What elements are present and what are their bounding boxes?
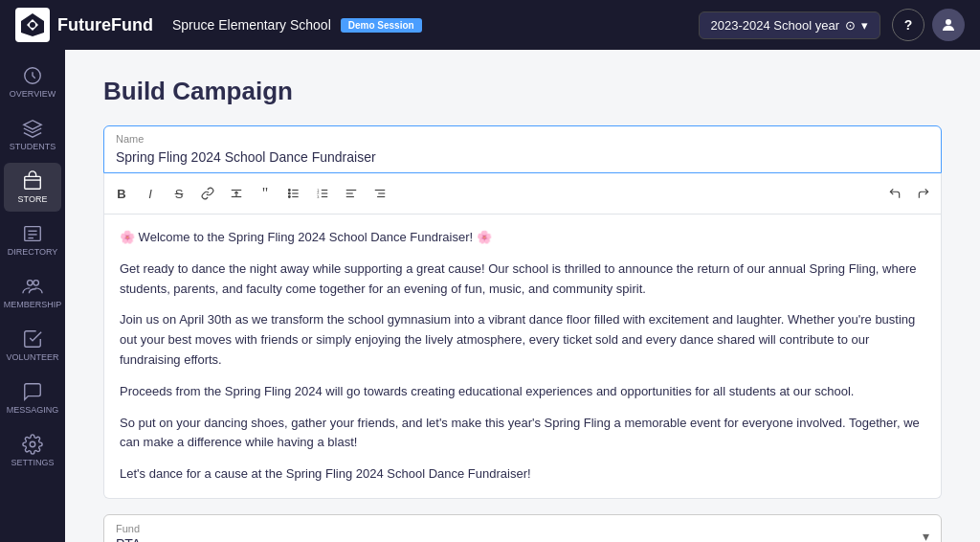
strikethrough-button[interactable]: S (166, 181, 192, 206)
align-left-button[interactable] (338, 181, 365, 206)
topnav-icons: ? (892, 9, 965, 41)
sidebar-item-directory[interactable]: DIRECTORY (4, 215, 61, 264)
logo: FutureFund (15, 8, 153, 42)
page-title: Build Campaign (103, 77, 942, 106)
school-year-chevron: ▾ (861, 18, 868, 33)
campaign-name-input[interactable] (104, 126, 941, 172)
name-label: Name (116, 133, 144, 145)
sidebar-item-students[interactable]: STUDENTS (4, 110, 61, 159)
sidebar-item-directory-label: DIRECTORY (8, 247, 58, 257)
svg-point-19 (288, 192, 290, 194)
fund-chevron-icon: ▾ (923, 529, 929, 542)
school-name: Spruce Elementary School (172, 17, 331, 33)
svg-point-1 (30, 22, 35, 28)
editor-heading: 🌸 Welcome to the Spring Fling 2024 Schoo… (120, 228, 925, 248)
svg-point-18 (288, 190, 290, 192)
editor-para-3: Proceeds from the Spring Fling 2024 will… (120, 382, 925, 402)
school-year-icon: ⊙ (845, 18, 856, 33)
svg-point-9 (28, 281, 33, 286)
profile-button[interactable] (932, 9, 965, 41)
fund-select-wrapper[interactable]: Fund PTA ▾ (103, 514, 942, 542)
indent-button[interactable] (223, 181, 250, 206)
sidebar-item-volunteer[interactable]: VOLUNTEER (4, 321, 61, 370)
editor-content[interactable]: 🌸 Welcome to the Spring Fling 2024 Schoo… (103, 215, 942, 499)
sidebar-item-messaging[interactable]: MESSAGING (4, 373, 61, 422)
sidebar-item-overview-label: OVERVIEW (10, 89, 56, 99)
main-layout: OVERVIEW STUDENTS STORE DIRECTORY MEMBER… (0, 50, 980, 542)
bold-button[interactable]: B (108, 181, 135, 206)
fund-value: PTA (116, 536, 929, 542)
demo-badge: Demo Session (341, 18, 422, 33)
sidebar-item-membership[interactable]: MEMBERSHIP (4, 268, 61, 317)
fund-group: Fund PTA ▾ The campaign fund cannot be c… (103, 514, 942, 542)
sidebar-item-messaging-label: MESSAGING (7, 405, 59, 415)
editor-para-2: Join us on April 30th as we transform th… (120, 310, 925, 370)
svg-point-2 (946, 19, 951, 25)
sidebar-item-store[interactable]: STORE (4, 163, 61, 212)
sidebar-item-store-label: STORE (18, 194, 48, 204)
topnav: FutureFund Spruce Elementary School Demo… (0, 0, 980, 50)
logo-icon (15, 8, 50, 42)
editor-para-4: So put on your dancing shoes, gather you… (120, 414, 925, 454)
blockquote-button[interactable]: " (252, 181, 278, 206)
ordered-list-button[interactable]: 1.2.3. (309, 181, 336, 206)
main-content: Build Campaign Name B I S " 1.2.3. (65, 50, 980, 542)
sidebar-item-overview[interactable]: OVERVIEW (4, 57, 61, 106)
sidebar-item-membership-label: MEMBERSHIP (4, 300, 62, 309)
svg-rect-4 (25, 176, 41, 189)
help-button[interactable]: ? (892, 9, 924, 41)
svg-point-20 (288, 196, 290, 198)
sidebar-item-volunteer-label: VOLUNTEER (7, 352, 59, 362)
editor-para-5: Let's dance for a cause at the Spring Fl… (120, 464, 925, 485)
school-year-label: 2023-2024 School year (711, 18, 839, 33)
svg-point-11 (30, 441, 35, 447)
sidebar-item-settings-label: SETTINGS (11, 458, 54, 467)
sidebar-item-students-label: STUDENTS (10, 142, 56, 151)
redo-button[interactable] (910, 181, 937, 206)
svg-point-10 (33, 281, 38, 286)
align-right-button[interactable] (367, 181, 393, 206)
bullet-list-button[interactable] (280, 181, 307, 206)
svg-text:3.: 3. (317, 195, 320, 199)
name-field-wrapper: Name (103, 125, 942, 173)
logo-text: FutureFund (57, 15, 153, 35)
sidebar: OVERVIEW STUDENTS STORE DIRECTORY MEMBER… (0, 50, 65, 542)
undo-button[interactable] (881, 181, 908, 206)
link-button[interactable] (194, 181, 221, 206)
school-year-selector[interactable]: 2023-2024 School year ⊙ ▾ (699, 11, 880, 39)
fund-label: Fund (116, 523, 929, 534)
editor-para-1: Get ready to dance the night away while … (120, 260, 925, 300)
sidebar-item-settings[interactable]: SETTINGS (4, 426, 61, 475)
editor-toolbar: B I S " 1.2.3. (103, 173, 942, 215)
italic-button[interactable]: I (137, 181, 164, 206)
